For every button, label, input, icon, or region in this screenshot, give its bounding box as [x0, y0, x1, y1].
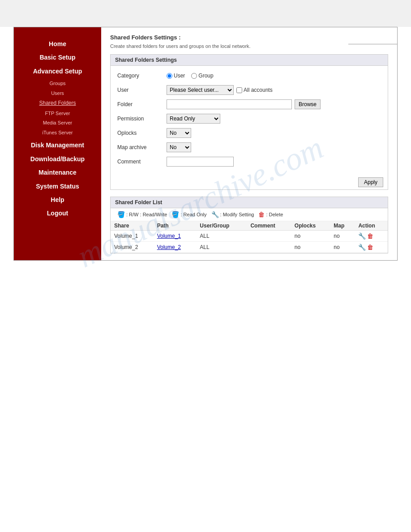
oplocks-label: Oplocks	[117, 130, 167, 136]
category-group-label[interactable]: Group	[191, 73, 213, 79]
sidebar-item-disk-management[interactable]: Disk Management	[14, 139, 101, 151]
col-path: Path	[154, 221, 197, 231]
legend-ro: 🪣 : Read Only	[171, 211, 206, 218]
col-oplocks: Oplocks	[291, 221, 330, 231]
folder-list-title: Shared Folder List	[111, 197, 388, 208]
legend-rw-text: : R/W : Read/Write	[126, 212, 167, 217]
cell-user-group-1: ALL	[196, 242, 247, 253]
oplocks-select[interactable]: No Yes	[167, 128, 191, 138]
settings-form-body: Category User Group	[111, 66, 388, 175]
page-description: Create shared folders for users and grou…	[110, 43, 388, 49]
permission-select[interactable]: Read Only Read/Write	[167, 114, 220, 124]
all-accounts-checkbox[interactable]	[236, 87, 242, 93]
map-archive-select[interactable]: No Yes	[167, 142, 191, 152]
action-delete-icon-0[interactable]: 🗑	[367, 232, 373, 240]
all-accounts-text: All accounts	[244, 87, 273, 93]
legend-delete-text: : Delete	[266, 212, 283, 217]
folder-list-box: Shared Folder List 🪣 : R/W : Read/Write …	[110, 197, 388, 253]
sidebar: Home Basic Setup Advanced Setup Groups U…	[14, 27, 101, 260]
path-link-1[interactable]: Volume_2	[157, 244, 181, 250]
browse-button[interactable]: Browse	[295, 99, 321, 109]
sidebar-item-download-backup[interactable]: Download/Backup	[14, 153, 101, 165]
col-user-group: User/Group	[196, 221, 247, 231]
table-header-row: Share Path User/Group Comment Oplocks Ma…	[111, 221, 388, 231]
folder-table-body: Volume_1 Volume_1 ALL no no 🔧 🗑 Volume_2…	[111, 231, 388, 253]
page-wrapper: Home Basic Setup Advanced Setup Groups U…	[0, 27, 411, 532]
col-comment: Comment	[247, 221, 291, 231]
cell-map-1: no	[330, 242, 355, 253]
sidebar-item-advanced-setup[interactable]: Advanced Setup	[14, 65, 101, 77]
oplocks-row: Oplocks No Yes	[117, 128, 381, 138]
sidebar-item-help[interactable]: Help	[14, 194, 101, 206]
main-container: Home Basic Setup Advanced Setup Groups U…	[13, 27, 398, 261]
content-area: Shared Folders Settings : Create shared …	[101, 27, 397, 260]
cell-share-1: Volume_2	[111, 242, 154, 253]
comment-control	[167, 157, 381, 167]
ro-icon: 🪣	[171, 211, 179, 218]
path-link-0[interactable]: Volume_1	[157, 233, 181, 239]
sidebar-item-home[interactable]: Home	[14, 38, 101, 50]
action-delete-icon-1[interactable]: 🗑	[367, 244, 373, 251]
page-title: Shared Folders Settings :	[110, 34, 388, 41]
col-map: Map	[330, 221, 355, 231]
settings-form-box: Shared Folders Settings Category User	[110, 54, 388, 190]
sidebar-item-basic-setup[interactable]: Basic Setup	[14, 51, 101, 63]
delete-icon: 🗑	[258, 211, 265, 218]
all-accounts-label[interactable]: All accounts	[236, 87, 273, 93]
legend-modify-text: : Modify Setting	[220, 212, 254, 217]
category-group-radio[interactable]	[191, 73, 197, 79]
table-row: Volume_1 Volume_1 ALL no no 🔧 🗑	[111, 231, 388, 242]
legend-modify: 🔧 : Modify Setting	[211, 211, 254, 218]
permission-row: Permission Read Only Read/Write	[117, 113, 381, 124]
category-user-label[interactable]: User	[167, 73, 185, 79]
map-archive-control: No Yes	[167, 142, 381, 152]
sidebar-item-groups[interactable]: Groups	[14, 79, 101, 89]
action-modify-icon-0[interactable]: 🔧	[358, 232, 366, 240]
cell-oplocks-1: no	[291, 242, 330, 253]
col-action: Action	[355, 221, 388, 231]
map-archive-label: Map archive	[117, 144, 167, 150]
comment-row: Comment	[117, 156, 381, 167]
sidebar-item-media-server[interactable]: Media Server	[14, 118, 101, 128]
cell-map-0: no	[330, 231, 355, 242]
oplocks-control: No Yes	[167, 128, 381, 138]
cell-path-1[interactable]: Volume_2	[154, 242, 197, 253]
sidebar-item-ftp-server[interactable]: FTP Server	[14, 109, 101, 119]
legend-delete: 🗑 : Delete	[258, 211, 283, 218]
rw-icon: 🪣	[117, 211, 125, 218]
user-select[interactable]: Please Select user...	[167, 85, 234, 95]
sidebar-item-maintenance[interactable]: Maintenance	[14, 167, 101, 178]
comment-label: Comment	[117, 159, 167, 165]
action-modify-icon-1[interactable]: 🔧	[358, 244, 366, 251]
apply-button[interactable]: Apply	[358, 177, 383, 187]
category-user-text: User	[174, 73, 185, 79]
cell-path-0[interactable]: Volume_1	[154, 231, 197, 242]
cell-user-group-0: ALL	[196, 231, 247, 242]
folder-control: Browse	[167, 99, 381, 109]
action-icons-1: 🔧 🗑	[358, 244, 384, 251]
cell-comment-1	[247, 242, 291, 253]
sidebar-item-system-status[interactable]: System Status	[14, 180, 101, 192]
settings-form-title: Shared Folders Settings	[111, 55, 388, 66]
user-control: Please Select user... All accounts	[167, 85, 381, 95]
sidebar-item-users[interactable]: Users	[14, 89, 101, 99]
legend-rw: 🪣 : R/W : Read/Write	[117, 211, 167, 218]
sidebar-item-shared-folders[interactable]: Shared Folders	[14, 98, 101, 108]
folder-input[interactable]	[167, 99, 292, 109]
category-control: User Group	[167, 73, 381, 79]
user-label: User	[117, 87, 167, 93]
apply-row: Apply	[111, 175, 388, 189]
legend-ro-text: : Read Only	[180, 212, 206, 217]
comment-input[interactable]	[167, 157, 234, 167]
category-user-radio[interactable]	[167, 73, 172, 79]
sidebar-item-itunes-server[interactable]: iTunes Server	[14, 128, 101, 138]
top-line-decoration	[348, 44, 398, 44]
map-archive-row: Map archive No Yes	[117, 142, 381, 153]
user-row: User Please Select user... All accounts	[117, 85, 381, 95]
category-label: Category	[117, 73, 167, 79]
sidebar-item-logout[interactable]: Logout	[14, 207, 101, 219]
folder-table: Share Path User/Group Comment Oplocks Ma…	[111, 221, 388, 253]
action-icons-0: 🔧 🗑	[358, 232, 384, 240]
cell-action-0: 🔧 🗑	[355, 231, 388, 242]
cell-oplocks-0: no	[291, 231, 330, 242]
